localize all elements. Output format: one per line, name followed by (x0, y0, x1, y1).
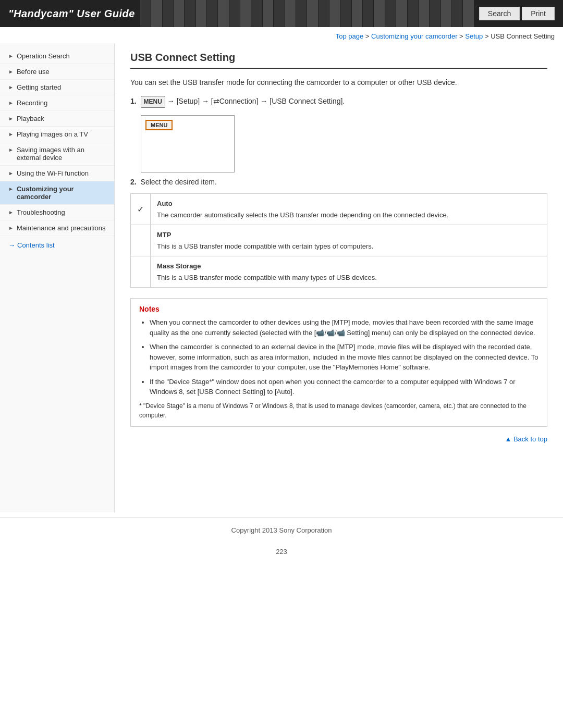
arrow-icon: ► (8, 225, 14, 231)
footnote: * "Device Stage" is a menu of Windows 7 … (139, 401, 538, 420)
sidebar-item-label: Playing images on a TV (17, 130, 88, 138)
page-title: USB Connect Setting (130, 52, 547, 69)
sidebar-item-operation-search[interactable]: ► Operation Search (0, 48, 114, 64)
notes-list: When you connect the camcorder to other … (139, 317, 538, 397)
page-number: 223 (0, 542, 563, 561)
sidebar-item-label: Operation Search (17, 52, 70, 60)
sidebar-item-recording[interactable]: ► Recording (0, 95, 114, 111)
option-desc-auto: The camcorder automatically selects the … (157, 211, 448, 219)
contents-list-label: Contents list (17, 241, 55, 249)
breadcrumb-customizing[interactable]: Customizing your camcorder (371, 32, 457, 40)
sidebar: ► Operation Search ► Before use ► Gettin… (0, 43, 115, 512)
arrow-icon: ► (8, 170, 14, 176)
sidebar-item-label: Troubleshooting (17, 208, 65, 216)
checkmark-cell-empty (131, 225, 151, 256)
checkmark-cell-empty2 (131, 256, 151, 288)
header: "Handycam" User Guide Search Print (0, 0, 563, 27)
connection-icon: ⇄ (213, 97, 219, 105)
option-name-mtp: MTP (157, 230, 541, 240)
table-row: ✓ Auto The camcorder automatically selec… (131, 194, 547, 225)
table-row: MTP This is a USB transfer mode compatib… (131, 225, 547, 256)
notes-title: Notes (139, 305, 538, 313)
step-number-2: 2. (130, 178, 137, 186)
arrow-icon: ► (8, 53, 14, 59)
arrow-icon: ► (8, 147, 14, 153)
arrow-icon: ► (8, 69, 14, 75)
sidebar-item-label: Before use (17, 68, 50, 76)
main-content: USB Connect Setting You can set the USB … (115, 43, 563, 512)
option-cell-auto: Auto The camcorder automatically selects… (151, 194, 547, 225)
header-title: "Handycam" User Guide (8, 8, 135, 20)
step1-connection: Connection] → [USB Connect Setting]. (219, 97, 345, 105)
sidebar-item-label: Maintenance and precautions (17, 224, 106, 232)
header-decoration (140, 0, 474, 27)
sidebar-item-wifi[interactable]: ► Using the Wi-Fi function (0, 166, 114, 181)
arrow-icon: ► (8, 131, 14, 137)
step2-text: Select the desired item. (141, 178, 217, 186)
intro-text: You can set the USB transfer mode for co… (130, 77, 547, 88)
option-desc-mtp: This is a USB transfer mode compatible w… (157, 242, 373, 250)
breadcrumb: Top page > Customizing your camcorder > … (0, 27, 563, 43)
copyright: Copyright 2013 Sony Corporation (231, 526, 332, 534)
option-name-mass-storage: Mass Storage (157, 261, 541, 272)
breadcrumb-setup[interactable]: Setup (465, 32, 483, 40)
arrow-icon: ► (8, 186, 14, 192)
option-cell-mtp: MTP This is a USB transfer mode compatib… (151, 225, 547, 256)
back-to-top-link[interactable]: ▲ Back to top (505, 435, 547, 443)
sidebar-item-customizing[interactable]: ► Customizing your camcorder (0, 181, 114, 205)
sidebar-item-label: Getting started (17, 83, 61, 91)
notes-section: Notes When you connect the camcorder to … (130, 298, 547, 427)
sidebar-item-label: Playback (17, 115, 44, 122)
menu-screenshot: MENU (141, 115, 235, 172)
sidebar-item-label: Customizing your camcorder (17, 185, 108, 201)
step-1: 1. MENU → [Setup] → [⇄Connection] → [USB… (130, 95, 547, 108)
sidebar-item-playback[interactable]: ► Playback (0, 111, 114, 127)
option-cell-mass-storage: Mass Storage This is a USB transfer mode… (151, 256, 547, 288)
sidebar-item-label: Saving images with an external device (17, 146, 108, 162)
step-2: 2. Select the desired item. (130, 178, 547, 186)
search-button[interactable]: Search (479, 7, 520, 20)
sidebar-item-maintenance[interactable]: ► Maintenance and precautions (0, 220, 114, 236)
contents-list-link[interactable]: → Contents list (0, 236, 114, 252)
breadcrumb-current: USB Connect Setting (491, 32, 555, 40)
sidebar-item-playing-images-tv[interactable]: ► Playing images on a TV (0, 127, 114, 142)
sidebar-item-label: Using the Wi-Fi function (17, 169, 89, 177)
option-desc-mass-storage: This is a USB transfer mode compatible w… (157, 274, 377, 281)
header-buttons: Search Print (479, 7, 555, 20)
option-name-auto: Auto (157, 199, 541, 209)
menu-button-image: MENU (145, 120, 173, 130)
sidebar-item-getting-started[interactable]: ► Getting started (0, 80, 114, 95)
print-button[interactable]: Print (522, 7, 555, 20)
breadcrumb-top[interactable]: Top page (336, 32, 364, 40)
checkmark-cell: ✓ (131, 194, 151, 225)
arrow-icon: ► (8, 116, 14, 121)
step1-text: → [Setup] → [ (167, 97, 213, 105)
arrow-right-icon: → (8, 241, 15, 249)
back-to-top: ▲ Back to top (130, 435, 547, 443)
options-table: ✓ Auto The camcorder automatically selec… (130, 193, 547, 288)
step-number-1: 1. (130, 97, 137, 105)
menu-key: MENU (141, 96, 165, 108)
arrow-icon: ► (8, 100, 14, 106)
footer: Copyright 2013 Sony Corporation (0, 517, 563, 542)
table-row: Mass Storage This is a USB transfer mode… (131, 256, 547, 288)
arrow-icon: ► (8, 84, 14, 90)
list-item: If the "Device Stage*" window does not o… (150, 377, 538, 397)
layout: ► Operation Search ► Before use ► Gettin… (0, 43, 563, 512)
sidebar-item-saving-images[interactable]: ► Saving images with an external device (0, 142, 114, 166)
sidebar-item-before-use[interactable]: ► Before use (0, 64, 114, 80)
list-item: When you connect the camcorder to other … (150, 317, 538, 338)
sidebar-item-troubleshooting[interactable]: ► Troubleshooting (0, 205, 114, 220)
list-item: When the camcorder is connected to an ex… (150, 342, 538, 373)
sidebar-item-label: Recording (17, 99, 47, 107)
arrow-icon: ► (8, 209, 14, 215)
